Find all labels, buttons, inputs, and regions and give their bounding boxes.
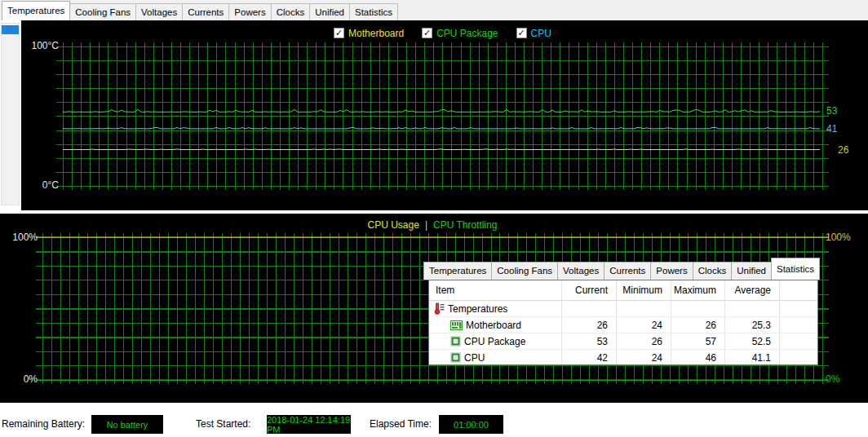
- empty-cell: [671, 301, 725, 316]
- tab-currents[interactable]: Currents: [182, 3, 229, 20]
- group-label: Temperatures: [448, 303, 507, 315]
- average-cell: 52.5: [725, 333, 780, 349]
- table-row-cpu[interactable]: CPU 42 24 46 41.1: [429, 350, 817, 365]
- thermometer-icon: [432, 302, 445, 315]
- header-average[interactable]: Average: [725, 280, 780, 300]
- tab-voltages[interactable]: Voltages: [135, 3, 183, 20]
- temperature-chart-panel: Motherboard CPU Package CPU 100°C 0°C 53…: [0, 20, 868, 210]
- popup-tab-bar: Temperatures Cooling Fans Voltages Curre…: [421, 257, 819, 280]
- maximum-cell: 57: [671, 333, 725, 349]
- tab-statistics[interactable]: Statistics: [349, 3, 398, 20]
- statistics-popup-window: Temperatures Cooling Fans Voltages Curre…: [421, 257, 819, 365]
- main-tab-bar: Temperatures Cooling Fans Voltages Curre…: [0, 0, 868, 20]
- test-started-label: Test Started:: [196, 415, 250, 434]
- popup-tab-cooling-fans[interactable]: Cooling Fans: [491, 262, 558, 280]
- group-cell: Temperatures: [429, 301, 562, 316]
- chip-icon: [450, 336, 461, 347]
- tab-unified[interactable]: Unified: [309, 3, 350, 20]
- test-started-value: 2018-01-24 12:14:19 PM: [267, 415, 351, 434]
- popup-tab-temperatures[interactable]: Temperatures: [423, 262, 492, 280]
- header-maximum[interactable]: Maximum: [671, 280, 725, 300]
- maximum-cell: 26: [671, 317, 725, 333]
- popup-tab-currents[interactable]: Currents: [604, 262, 651, 280]
- minimum-cell: 24: [617, 317, 671, 333]
- statistics-table: Item Current Minimum Maximum Average: [428, 280, 818, 365]
- y-axis-min-label-right: 0%: [826, 373, 839, 385]
- popup-tab-powers[interactable]: Powers: [650, 262, 693, 280]
- item-cell: CPU: [429, 350, 562, 365]
- empty-cell: [780, 333, 817, 349]
- status-bar: Remaining Battery: No battery Test Start…: [0, 403, 868, 437]
- empty-cell: [780, 317, 817, 333]
- maximum-cell: 46: [671, 350, 725, 365]
- table-header-row: Item Current Minimum Maximum Average: [429, 280, 817, 301]
- header-item[interactable]: Item: [429, 280, 562, 300]
- average-cell: 25.3: [725, 317, 780, 333]
- item-label: CPU: [464, 352, 485, 364]
- chip-icon: [450, 352, 461, 363]
- battery-label: Remaining Battery:: [2, 415, 85, 434]
- empty-cell: [562, 301, 617, 316]
- table-row-motherboard[interactable]: Motherboard 26 24 26 25.3: [429, 317, 817, 333]
- table-group-row[interactable]: Temperatures: [429, 301, 817, 317]
- motherboard-icon: [450, 320, 463, 330]
- y-axis-max-label-right: 100%: [826, 232, 851, 243]
- popup-tab-voltages[interactable]: Voltages: [557, 262, 604, 280]
- current-value-motherboard: 26: [838, 144, 848, 156]
- popup-tab-clocks[interactable]: Clocks: [693, 262, 733, 280]
- empty-cell: [725, 301, 780, 316]
- item-label: Motherboard: [466, 320, 521, 331]
- popup-tab-statistics[interactable]: Statistics: [771, 258, 820, 280]
- app-window: Temperatures Cooling Fans Voltages Curre…: [0, 0, 868, 437]
- current-value-cpu-package: 53: [826, 105, 837, 117]
- tab-clocks[interactable]: Clocks: [271, 3, 311, 20]
- elapsed-time-label: Elapsed Time:: [370, 415, 432, 434]
- battery-value: No battery: [91, 415, 163, 434]
- tab-powers[interactable]: Powers: [228, 3, 271, 20]
- header-current[interactable]: Current: [562, 280, 617, 300]
- item-label: CPU Package: [464, 336, 525, 347]
- current-cell: 42: [562, 350, 617, 365]
- elapsed-time-value: 01:00:00: [439, 415, 503, 434]
- current-cell: 26: [562, 317, 617, 333]
- item-cell: CPU Package: [429, 333, 562, 349]
- table-row-cpu-package[interactable]: CPU Package 53 26 57 52.5: [429, 333, 817, 350]
- empty-cell: [780, 301, 817, 316]
- minimum-cell: 24: [617, 350, 671, 365]
- current-value-cpu: 41: [826, 123, 837, 135]
- tab-temperatures[interactable]: Temperatures: [2, 1, 70, 20]
- item-cell: Motherboard: [429, 317, 562, 333]
- header-minimum[interactable]: Minimum: [617, 280, 671, 300]
- average-cell: 41.1: [725, 350, 780, 365]
- empty-cell: [780, 350, 817, 365]
- header-blank: [780, 280, 817, 300]
- minimum-cell: 26: [617, 333, 671, 349]
- current-cell: 53: [562, 333, 617, 349]
- popup-tab-unified[interactable]: Unified: [731, 262, 772, 280]
- tab-cooling-fans[interactable]: Cooling Fans: [69, 3, 136, 20]
- temperature-series-plot: [0, 20, 868, 210]
- empty-cell: [617, 301, 671, 316]
